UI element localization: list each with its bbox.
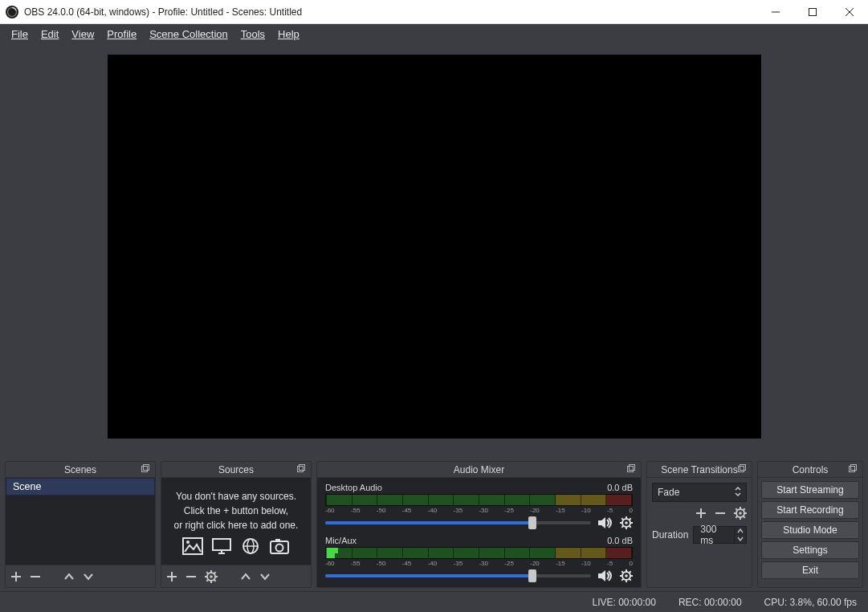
add-source-button[interactable] bbox=[166, 571, 177, 582]
sources-list[interactable]: You don't have any sources. Click the + … bbox=[161, 478, 311, 565]
settings-button[interactable]: Settings bbox=[761, 541, 859, 559]
preview-canvas[interactable] bbox=[108, 55, 761, 439]
svg-line-36 bbox=[206, 579, 208, 581]
obs-app-icon bbox=[5, 5, 19, 19]
titlebar: OBS 24.0.0 (64-bit, windows) - Profile: … bbox=[0, 0, 868, 24]
scenes-panel-header: Scenes bbox=[6, 462, 155, 478]
menu-file[interactable]: File bbox=[5, 24, 35, 45]
remove-scene-button[interactable] bbox=[30, 571, 41, 582]
controls-panel: Controls Start Streaming Start Recording… bbox=[757, 461, 863, 588]
svg-point-28 bbox=[210, 575, 213, 578]
svg-rect-6 bbox=[142, 467, 148, 472]
camera-source-icon bbox=[269, 537, 290, 555]
undock-icon[interactable] bbox=[141, 463, 152, 475]
controls-panel-header: Controls bbox=[758, 462, 862, 478]
transition-properties-button[interactable] bbox=[734, 507, 747, 520]
svg-line-60 bbox=[621, 579, 623, 581]
sources-panel-title: Sources bbox=[218, 464, 254, 475]
svg-rect-3 bbox=[809, 8, 817, 15]
transition-select[interactable]: Fade bbox=[652, 483, 747, 502]
sources-empty-text: You don't have any sources. bbox=[169, 489, 303, 504]
svg-point-41 bbox=[625, 521, 628, 524]
menu-profile[interactable]: Profile bbox=[100, 24, 143, 45]
close-button[interactable] bbox=[831, 0, 868, 24]
preview-area bbox=[0, 45, 868, 461]
svg-line-48 bbox=[630, 518, 631, 520]
audio-meter bbox=[325, 547, 633, 559]
scenes-list[interactable]: Scene bbox=[6, 478, 155, 565]
dock: Scenes Scene Sources You don't have any … bbox=[0, 461, 868, 591]
mute-button[interactable] bbox=[597, 516, 613, 529]
svg-point-14 bbox=[186, 541, 189, 544]
window-title: OBS 24.0.0 (64-bit, windows) - Profile: … bbox=[24, 6, 302, 18]
add-scene-button[interactable] bbox=[10, 571, 22, 582]
transitions-panel-header: Scene Transitions bbox=[647, 462, 752, 478]
undock-icon[interactable] bbox=[737, 463, 748, 475]
tick-labels: -60-55-50-45-40-35-30-25-20-15-10-50 bbox=[325, 560, 633, 567]
mixer-panel-header: Audio Mixer bbox=[317, 462, 641, 478]
menu-view[interactable]: View bbox=[65, 24, 100, 45]
menu-tools[interactable]: Tools bbox=[234, 24, 271, 45]
mixer-panel-title: Audio Mixer bbox=[454, 464, 504, 475]
svg-line-47 bbox=[630, 526, 631, 528]
move-scene-up-button[interactable] bbox=[63, 573, 75, 581]
source-properties-button[interactable] bbox=[205, 570, 218, 583]
svg-rect-12 bbox=[300, 465, 305, 471]
undock-icon[interactable] bbox=[296, 463, 308, 475]
svg-line-49 bbox=[621, 526, 623, 528]
svg-rect-76 bbox=[850, 467, 855, 472]
maximize-button[interactable] bbox=[794, 0, 831, 24]
track-db: 0.0 dB bbox=[607, 536, 633, 545]
audio-settings-button[interactable] bbox=[620, 516, 633, 529]
scenes-toolbar bbox=[6, 565, 155, 587]
menu-help[interactable]: Help bbox=[271, 24, 306, 45]
add-transition-button[interactable] bbox=[695, 508, 707, 519]
controls-panel-title: Controls bbox=[793, 464, 829, 475]
transitions-panel-title: Scene Transitions bbox=[661, 464, 737, 475]
spinbox-up-icon[interactable] bbox=[735, 527, 746, 535]
volume-slider[interactable] bbox=[325, 574, 591, 577]
svg-rect-13 bbox=[183, 538, 202, 554]
audio-meter bbox=[325, 494, 633, 506]
remove-transition-button[interactable] bbox=[715, 508, 726, 519]
controls-body: Start Streaming Start Recording Studio M… bbox=[758, 478, 862, 587]
audio-track-desktop: Desktop Audio 0.0 dB -60-55-50-45-40-35-… bbox=[325, 483, 633, 529]
exit-button[interactable]: Exit bbox=[761, 561, 859, 579]
svg-rect-62 bbox=[740, 465, 746, 471]
move-source-up-button[interactable] bbox=[240, 573, 251, 581]
studio-mode-button[interactable]: Studio Mode bbox=[761, 521, 859, 539]
svg-marker-50 bbox=[598, 570, 605, 581]
transitions-body: Fade Duration 300 ms bbox=[647, 478, 752, 587]
undock-icon[interactable] bbox=[626, 463, 638, 475]
scene-item[interactable]: Scene bbox=[6, 478, 155, 496]
transitions-panel: Scene Transitions Fade Duration 300 ms bbox=[646, 461, 752, 588]
sources-empty-text: or right click here to add one. bbox=[169, 518, 303, 532]
sources-empty-text: Click the + button below, bbox=[169, 504, 303, 518]
audio-track-mic: Mic/Aux 0.0 dB -60-55-50-45-40-35-30-25-… bbox=[325, 536, 633, 582]
move-source-down-button[interactable] bbox=[259, 573, 271, 581]
spinbox-down-icon[interactable] bbox=[735, 535, 746, 543]
move-scene-down-button[interactable] bbox=[83, 573, 94, 581]
minimize-button[interactable] bbox=[757, 0, 794, 24]
volume-slider[interactable] bbox=[325, 521, 591, 524]
menu-scene-collection[interactable]: Scene Collection bbox=[143, 24, 234, 45]
mute-button[interactable] bbox=[597, 569, 613, 582]
duration-spinbox[interactable]: 300 ms bbox=[693, 526, 747, 544]
remove-source-button[interactable] bbox=[185, 571, 197, 582]
status-live: LIVE: 00:00:00 bbox=[592, 597, 655, 608]
menu-edit[interactable]: Edit bbox=[35, 24, 65, 45]
menubar: File Edit View Profile Scene Collection … bbox=[0, 24, 868, 45]
audio-settings-button[interactable] bbox=[620, 569, 633, 582]
undock-icon[interactable] bbox=[848, 463, 859, 475]
svg-rect-15 bbox=[213, 539, 230, 550]
scenes-panel-title: Scenes bbox=[64, 464, 96, 475]
svg-line-73 bbox=[744, 516, 745, 518]
scenes-panel: Scenes Scene bbox=[5, 461, 156, 588]
start-recording-button[interactable]: Start Recording bbox=[761, 501, 859, 519]
start-streaming-button[interactable]: Start Streaming bbox=[761, 481, 859, 499]
tick-labels: -60-55-50-45-40-35-30-25-20-15-10-50 bbox=[325, 507, 633, 514]
svg-line-33 bbox=[206, 572, 208, 573]
svg-rect-11 bbox=[298, 467, 304, 472]
browser-source-icon bbox=[240, 537, 261, 555]
track-name: Desktop Audio bbox=[325, 483, 382, 492]
